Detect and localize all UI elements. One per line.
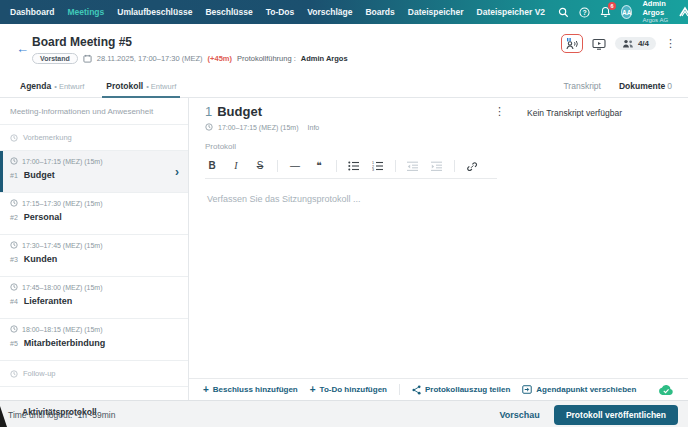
nav-item-meetings[interactable]: Meetings	[67, 7, 104, 17]
move-agenda-item-button[interactable]: Agendapunkt verschieben	[522, 385, 636, 394]
add-beschluss-button[interactable]: + Beschluss hinzufügen	[203, 384, 298, 395]
nav-item-umlaufbeschluesse[interactable]: Umlaufbeschlüsse	[117, 7, 192, 17]
notifications-bell-icon[interactable]: 6	[600, 6, 611, 18]
agenda-point-time: 17:00–17:15 (MEZ) (15m)	[218, 124, 299, 131]
tab-transkript[interactable]: Transkript	[563, 81, 600, 91]
agenda-item-personal[interactable]: 17:15–17:30 (MEZ) (15m) #2 Personal	[0, 193, 188, 235]
agenda-item-number: #5	[10, 340, 18, 347]
sidebar-item-vorbemerkung[interactable]: Vorbemerkung	[0, 125, 188, 151]
agenda-item-lieferanten[interactable]: 17:45–18:00 (MEZ) (15m) #4 Lieferanten	[0, 277, 188, 319]
nav-item-dateispeicher[interactable]: Dateispeicher	[408, 7, 464, 17]
tab-dokumente[interactable]: Dokumente0	[619, 81, 672, 91]
header-kebab-menu[interactable]: ⋮	[665, 38, 676, 49]
svg-text:3: 3	[372, 168, 374, 171]
nav-item-todos[interactable]: To-Dos	[266, 7, 295, 17]
tab-agenda-label: Agenda	[20, 81, 51, 91]
record-speech-button[interactable]	[561, 34, 583, 53]
bold-button[interactable]: B	[205, 160, 219, 171]
agenda-item-time-row: 17:00–17:15 (MEZ) (15m)	[10, 157, 178, 165]
meeting-title: Board Meeting #5	[32, 35, 132, 49]
toolbar-divider	[277, 160, 278, 172]
agenda-item-title: Budget	[24, 170, 55, 180]
back-button[interactable]: ←	[16, 41, 29, 56]
nav-item-boards[interactable]: Boards	[365, 7, 394, 17]
publish-protokoll-button[interactable]: Protokoll veröffentlichen	[554, 405, 678, 425]
corner-toast-artifact	[0, 406, 7, 427]
transcript-empty-message: Kein Transkript verfügbar	[527, 108, 622, 118]
cloud-check-icon	[658, 384, 674, 396]
brand-logo: Apollo.ai	[678, 6, 688, 18]
share-excerpt-label: Protokollauszug teilen	[425, 385, 510, 394]
move-agenda-item-label: Agendapunkt verschieben	[536, 385, 636, 394]
editor-kebab-menu[interactable]: ⋮	[494, 106, 505, 117]
search-icon[interactable]	[558, 7, 569, 18]
indent-button[interactable]	[430, 161, 444, 171]
app-root: Dashboard Meetings Umlaufbeschlüsse Besc…	[0, 0, 688, 427]
speaker-announce-icon	[565, 37, 579, 50]
clock-icon	[10, 241, 18, 249]
agenda-item-number: #1	[10, 172, 18, 179]
agenda-item-time: 17:45–18:00 (MEZ) (15m)	[22, 284, 103, 291]
action-bar-divider	[399, 384, 400, 395]
user-name: Admin Argos	[642, 0, 668, 17]
protokoll-leader-label: Protokollführung :	[237, 54, 296, 63]
link-button[interactable]	[465, 161, 479, 171]
outdent-button[interactable]	[406, 161, 420, 171]
share-excerpt-button[interactable]: Protokollauszug teilen	[412, 385, 510, 395]
agenda-item-number: #2	[10, 214, 18, 221]
user-identity[interactable]: Admin Argos Argos AG	[642, 0, 668, 23]
sidebar-item-followup[interactable]: Follow-up	[0, 361, 188, 387]
sidebar-section-header[interactable]: Meeting-Informationen und Anwesenheit	[0, 98, 188, 125]
agenda-item-budget[interactable]: 17:00–17:15 (MEZ) (15m) #1 Budget ›	[0, 151, 188, 193]
agenda-item-time-row: 17:45–18:00 (MEZ) (15m)	[10, 283, 178, 291]
add-todo-label: To-Do hinzufügen	[320, 385, 387, 394]
blockquote-button[interactable]: ❝	[312, 160, 326, 171]
meeting-header: ← Board Meeting #5 Vorstand 28.11.2025, …	[0, 24, 688, 75]
move-item-icon	[522, 385, 532, 394]
meeting-datetime: 28.11.2025, 17:00–17:30 (MEZ)	[97, 54, 203, 63]
tab-protokoll[interactable]: Protokoll • Entwurf	[102, 75, 180, 97]
agenda-sidebar: Meeting-Informationen und Anwesenheit Vo…	[0, 98, 189, 400]
agenda-item-time-row: 17:15–17:30 (MEZ) (15m)	[10, 199, 178, 207]
tabs-right-cluster: Transkript Dokumente0	[563, 81, 688, 91]
meeting-header-actions: 4/4 ⋮	[561, 34, 676, 53]
toolbar-divider	[395, 160, 396, 172]
clock-icon	[10, 370, 18, 378]
user-avatar[interactable]: AA	[621, 5, 632, 19]
italic-button[interactable]: I	[229, 160, 243, 171]
committee-badge: Vorstand	[32, 53, 78, 64]
help-icon[interactable]: ?	[579, 7, 590, 18]
nav-item-dateispeicher-v2[interactable]: Dateispeicher V2	[477, 7, 546, 17]
logout-timer-text: Time until logout: -1h -59min	[8, 410, 115, 420]
nav-item-dashboard[interactable]: Dashboard	[10, 7, 54, 17]
protokoll-leader-name: Admin Argos	[301, 54, 348, 63]
tab-dokumente-count: 0	[667, 81, 672, 91]
attendance-pill[interactable]: 4/4	[615, 37, 656, 50]
plus-icon: +	[310, 384, 316, 395]
strikethrough-button[interactable]: S	[253, 160, 267, 171]
clock-icon	[205, 123, 213, 131]
present-screen-button[interactable]	[592, 38, 606, 50]
nav-right-cluster: ? 6 AA Admin Argos Argos AG Apollo.ai	[558, 0, 688, 23]
tab-agenda[interactable]: Agenda • Entwurf	[16, 75, 88, 97]
nav-item-beschluesse[interactable]: Beschlüsse	[205, 7, 252, 17]
agenda-item-title: Personal	[24, 212, 62, 222]
sidebar-item-label: Follow-up	[23, 369, 56, 378]
agenda-item-kunden[interactable]: 17:30–17:45 (MEZ) (15m) #3 Kunden	[0, 235, 188, 277]
editor-action-bar: + Beschluss hinzufügen + To-Do hinzufüge…	[189, 378, 688, 400]
top-navigation: Dashboard Meetings Umlaufbeschlüsse Besc…	[0, 0, 688, 24]
protokoll-text-input[interactable]: Verfassen Sie das Sitzungsprotokoll ...	[207, 194, 361, 204]
notification-count-badge: 6	[608, 2, 616, 10]
add-todo-button[interactable]: + To-Do hinzufügen	[310, 384, 387, 395]
ordered-list-button[interactable]: 123	[371, 161, 385, 171]
info-link[interactable]: Info	[308, 124, 320, 131]
agenda-item-mitarbeiterbindung[interactable]: 18:00–18:15 (MEZ) (15m) #5 Mitarbeiterbi…	[0, 319, 188, 361]
preview-button[interactable]: Vorschau	[500, 410, 540, 420]
bullet-list-button[interactable]	[347, 161, 361, 171]
attendance-count: 4/4	[638, 39, 649, 48]
apollo-logo-icon	[678, 6, 688, 18]
meeting-overtime: (+45m)	[208, 54, 232, 63]
nav-item-vorschlaege[interactable]: Vorschläge	[307, 7, 352, 17]
sidebar-item-label: Vorbemerkung	[23, 133, 72, 142]
horizontal-rule-button[interactable]: —	[288, 160, 302, 171]
